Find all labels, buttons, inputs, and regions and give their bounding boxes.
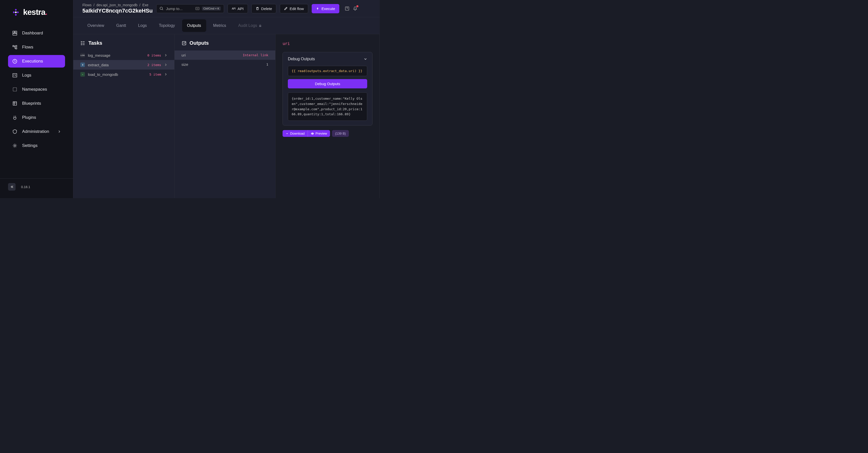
tab-overview[interactable]: Overview [82, 19, 109, 32]
svg-rect-6 [15, 31, 17, 33]
svg-rect-4 [15, 11, 17, 13]
namespaces-icon [12, 87, 18, 92]
sidebar-item-dashboard[interactable]: Dashboard [8, 27, 65, 39]
output-value: Internal link [243, 53, 268, 57]
svg-rect-10 [16, 48, 17, 49]
tab-audit-logs: Audit Logs [233, 19, 267, 32]
trash-icon [256, 7, 259, 10]
api-button[interactable]: API API [227, 4, 248, 13]
chevron-right-icon [164, 73, 167, 76]
execute-button[interactable]: Execute [312, 4, 339, 13]
sidebar-item-flows[interactable]: Flows [8, 41, 65, 54]
logo[interactable]: kestra. [0, 0, 73, 24]
detail-actions: Download Preview (139 B) [283, 130, 372, 137]
svg-point-21 [81, 44, 82, 45]
logo-icon [12, 8, 20, 16]
output-row-uri[interactable]: uri Internal link [175, 51, 276, 60]
svg-point-23 [312, 133, 313, 134]
nav-label: Dashboard [22, 31, 43, 36]
outputs-pane: Outputs uri Internal link size 1 [175, 34, 276, 198]
sidebar-item-logs[interactable]: Logs [8, 69, 65, 82]
notification-badge [356, 5, 359, 7]
logs-icon [12, 72, 18, 78]
svg-point-15 [14, 145, 16, 147]
svg-rect-0 [15, 8, 17, 10]
tab-logs[interactable]: Logs [133, 19, 152, 32]
search-placeholder: Jump to... [166, 6, 193, 11]
plugins-icon [12, 115, 18, 120]
api-icon: API [232, 7, 236, 10]
svg-rect-9 [16, 45, 17, 47]
breadcrumb[interactable]: Flows / dev.api_json_to_mongodb / Exe [82, 3, 153, 7]
outputs-icon [182, 41, 187, 46]
svg-rect-14 [13, 102, 17, 105]
task-name: load_to_mongodb [88, 72, 147, 76]
download-button[interactable]: Download [283, 130, 308, 137]
execution-id: 5aIkidYC8ncqn7cG2keHSu [82, 7, 153, 14]
tasks-pane: Tasks LOG log_message 0 items ⬇ extract_… [73, 34, 175, 198]
tab-outputs[interactable]: Outputs [182, 19, 206, 32]
sidebar-item-plugins[interactable]: Plugins [8, 111, 65, 124]
keyboard-icon [195, 7, 199, 10]
nav-label: Blueprints [22, 101, 41, 106]
outputs-header: Outputs [175, 34, 276, 51]
delete-button[interactable]: Delete [251, 4, 276, 13]
sidebar-item-administration[interactable]: Administration [8, 125, 65, 138]
nav-label: Settings [22, 143, 37, 148]
task-badge: 2 items [148, 63, 161, 67]
sidebar-item-namespaces[interactable]: Namespaces [8, 83, 65, 96]
task-type-icon: ⬇ [81, 63, 85, 67]
task-type-icon: LOG [81, 53, 85, 58]
main: Flows / dev.api_json_to_mongodb / Exe 5a… [73, 0, 380, 198]
lock-icon [259, 24, 262, 27]
tab-topology[interactable]: Topology [154, 19, 180, 32]
sidebar-item-executions[interactable]: Executions [8, 55, 65, 68]
body-panes: Tasks LOG log_message 0 items ⬇ extract_… [73, 34, 380, 198]
sidebar-item-blueprints[interactable]: Blueprints [8, 97, 65, 110]
topbar: Flows / dev.api_json_to_mongodb / Exe 5a… [73, 0, 380, 17]
debug-result: {order_id:1,customer_name:"Kelly Olsen",… [288, 92, 367, 121]
output-name: uri [182, 53, 240, 57]
task-type-icon: ● [81, 72, 85, 76]
svg-rect-7 [13, 33, 17, 35]
svg-rect-13 [13, 88, 17, 91]
task-row-load-to-mongodb[interactable]: ● load_to_mongodb 5 item [73, 70, 174, 79]
output-row-size[interactable]: size 1 [175, 60, 276, 69]
chevron-right-icon [164, 63, 167, 66]
svg-point-19 [81, 41, 82, 42]
svg-point-20 [81, 43, 82, 43]
edit-flow-button[interactable]: Edit flow [280, 4, 308, 13]
detail-pane: uri Debug Outputs {{ read(outputs.extrac… [276, 34, 380, 198]
chevron-right-icon [164, 54, 167, 57]
svg-rect-8 [13, 45, 14, 47]
sidebar-item-settings[interactable]: Settings [8, 139, 65, 152]
svg-rect-3 [15, 13, 17, 15]
notifications-button[interactable] [352, 6, 358, 11]
expression-input[interactable]: {{ read(outputs.extract_data.uri) }} [288, 66, 367, 76]
preview-button[interactable]: Preview [308, 130, 330, 137]
help-button[interactable] [344, 6, 350, 11]
tab-gantt[interactable]: Gantt [111, 19, 131, 32]
search-shortcut: Ctrl/Cmd + K [202, 6, 221, 10]
nav-label: Namespaces [22, 87, 47, 92]
collapse-sidebar-button[interactable] [8, 183, 16, 191]
admin-icon [12, 129, 18, 134]
nav-label: Logs [22, 73, 31, 78]
output-value: 1 [266, 63, 268, 66]
bolt-icon [316, 7, 319, 10]
task-row-extract-data[interactable]: ⬇ extract_data 2 items [73, 60, 174, 70]
detail-key: uri [283, 41, 372, 46]
flows-icon [12, 44, 18, 50]
debug-card: Debug Outputs {{ read(outputs.extract_da… [283, 52, 372, 126]
executions-icon [12, 59, 18, 64]
size-tag: (139 B) [332, 130, 349, 137]
debug-outputs-button[interactable]: Debug Outputs [288, 79, 367, 88]
debug-header[interactable]: Debug Outputs [288, 57, 367, 61]
breadcrumb-block: Flows / dev.api_json_to_mongodb / Exe 5a… [82, 3, 153, 14]
tabs: Overview Gantt Logs Topology Outputs Met… [73, 17, 380, 34]
search-input[interactable]: Jump to... Ctrl/Cmd + K [156, 4, 224, 13]
nav-label: Flows [22, 45, 33, 50]
tab-metrics[interactable]: Metrics [208, 19, 231, 32]
settings-icon [12, 143, 18, 149]
task-row-log-message[interactable]: LOG log_message 0 items [73, 51, 174, 60]
